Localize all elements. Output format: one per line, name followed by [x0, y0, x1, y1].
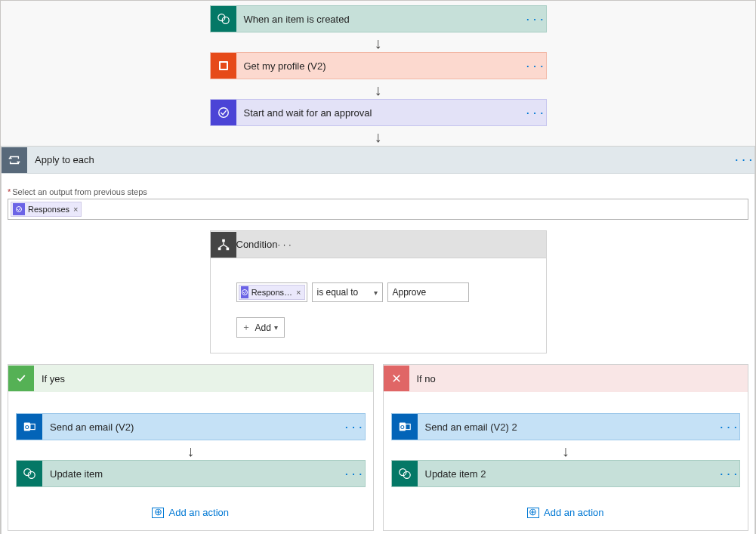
apply-to-each-menu[interactable]: · · ·	[733, 154, 754, 165]
update-item-no-label: Update item 2	[418, 468, 719, 480]
profile-label: Get my profile (V2)	[236, 60, 525, 72]
svg-rect-3	[221, 63, 227, 69]
condition-icon	[211, 232, 236, 258]
send-email-no-menu[interactable]: · · ·	[718, 421, 739, 433]
if-no-body: O Send an email (V2) 2 · · · ↓ Update it…	[384, 392, 748, 530]
outlook-icon: O	[392, 414, 418, 440]
condition-label: Condition	[236, 239, 278, 250]
if-yes-branch: If yes O Send an email (V2) · · · ↓	[8, 364, 374, 531]
if-no-label: If no	[409, 373, 436, 384]
apply-to-each-header[interactable]: Apply to each · · ·	[2, 147, 754, 174]
send-email-yes-menu[interactable]: · · ·	[344, 421, 365, 433]
update-item-yes-menu[interactable]: · · ·	[344, 468, 365, 480]
svg-point-4	[218, 108, 228, 118]
condition-row: Respons… × is equal to ▾ Approve	[236, 282, 531, 302]
outlook-icon: O	[17, 414, 42, 440]
office-icon	[211, 53, 236, 79]
send-email-no-card[interactable]: O Send an email (V2) 2 · · ·	[391, 413, 741, 440]
arrow-down-icon: ↓	[187, 443, 194, 458]
arrow-down-icon: ↓	[375, 82, 382, 97]
token-remove-icon[interactable]: ×	[73, 205, 78, 214]
arrow-down-icon: ↓	[375, 35, 382, 51]
responses-token[interactable]: Responses ×	[11, 202, 82, 217]
profile-menu[interactable]: · · ·	[525, 60, 546, 72]
update-item-no-menu[interactable]: · · ·	[718, 468, 739, 480]
responses-token-small: Respons… ×	[239, 285, 305, 300]
add-action-no[interactable]: ⊕ Add an action	[527, 507, 604, 518]
send-email-yes-label: Send an email (V2)	[42, 421, 344, 433]
check-icon	[8, 366, 34, 391]
output-token-field[interactable]: Responses ×	[8, 199, 748, 220]
if-no-branch: If no O Send an email (V2) 2 · · · ↓	[383, 364, 749, 531]
update-item-yes-label: Update item	[42, 468, 344, 480]
output-selector-label: *Select an output from previous steps	[8, 187, 754, 196]
svg-rect-8	[226, 247, 229, 250]
approval-menu[interactable]: · · ·	[525, 107, 546, 119]
send-email-no-label: Send an email (V2) 2	[418, 421, 719, 433]
condition-add-button[interactable]: ＋ Add ▾	[236, 317, 285, 338]
send-email-yes-card[interactable]: O Send an email (V2) · · ·	[16, 413, 366, 440]
approval-icon	[211, 100, 236, 125]
chevron-down-icon: ▾	[274, 323, 278, 332]
svg-point-5	[17, 207, 22, 212]
sharepoint-icon	[392, 461, 418, 486]
token-approval-icon	[241, 286, 248, 298]
condition-menu[interactable]: · · ·	[277, 239, 291, 250]
condition-operator-dropdown[interactable]: is equal to ▾	[312, 282, 383, 302]
svg-rect-11	[30, 424, 35, 429]
add-action-icon: ⊕	[527, 508, 539, 518]
svg-rect-6	[222, 239, 225, 242]
condition-left-operand[interactable]: Respons… ×	[236, 282, 307, 302]
condition-branches: If yes O Send an email (V2) · · · ↓	[2, 364, 754, 534]
sharepoint-icon	[211, 6, 236, 32]
approval-label: Start and wait for an approval	[236, 107, 525, 119]
trigger-label: When an item is created	[236, 14, 525, 25]
trigger-menu[interactable]: · · ·	[525, 14, 546, 25]
top-flow-area: When an item is created · · · ↓ Get my p…	[1, 1, 755, 146]
required-star: *	[8, 187, 11, 196]
condition-body: Respons… × is equal to ▾ Approve ＋ Add	[211, 258, 546, 353]
chevron-down-icon: ▾	[374, 289, 378, 297]
if-yes-header[interactable]: If yes	[8, 365, 373, 392]
update-item-no-card[interactable]: Update item 2 · · ·	[391, 460, 741, 487]
condition-header[interactable]: Condition · · ·	[211, 231, 546, 258]
if-yes-body: O Send an email (V2) · · · ↓ Update item…	[8, 392, 373, 530]
trigger-card[interactable]: When an item is created · · ·	[210, 5, 547, 32]
arrow-down-icon: ↓	[562, 443, 569, 458]
apply-to-each-label: Apply to each	[27, 154, 733, 165]
plus-icon: ＋	[242, 321, 251, 334]
svg-text:O: O	[400, 424, 405, 431]
add-action-icon: ⊕	[152, 508, 164, 518]
svg-rect-7	[218, 247, 221, 250]
svg-text:O: O	[25, 424, 29, 431]
add-action-yes[interactable]: ⊕ Add an action	[152, 507, 229, 518]
condition-card: Condition · · · Respons… ×	[210, 230, 547, 353]
if-no-header[interactable]: If no	[384, 365, 748, 392]
condition-right-operand[interactable]: Approve	[387, 282, 469, 302]
profile-card[interactable]: Get my profile (V2) · · ·	[210, 52, 547, 79]
svg-point-9	[242, 290, 247, 295]
flow-designer-canvas: When an item is created · · · ↓ Get my p…	[0, 0, 756, 534]
x-icon	[384, 366, 409, 391]
arrow-down-icon: ↓	[375, 129, 382, 144]
token-remove-icon[interactable]: ×	[296, 288, 301, 297]
update-item-yes-card[interactable]: Update item · · ·	[16, 460, 366, 487]
if-yes-label: If yes	[34, 373, 65, 384]
approval-card[interactable]: Start and wait for an approval · · ·	[210, 99, 547, 126]
svg-rect-16	[405, 424, 409, 429]
token-approval-icon	[13, 203, 25, 215]
apply-to-each-container: Apply to each · · · *Select an output fr…	[1, 146, 755, 534]
loop-icon	[2, 147, 27, 173]
sharepoint-icon	[17, 461, 42, 486]
